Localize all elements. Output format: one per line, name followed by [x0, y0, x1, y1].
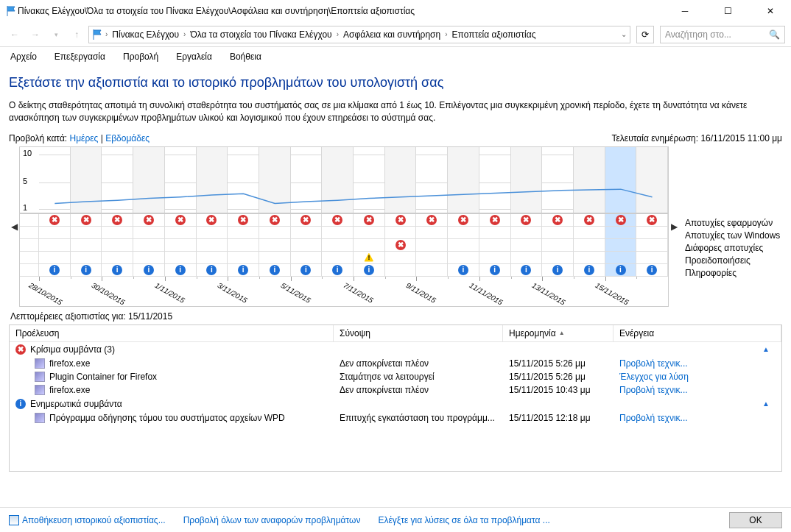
event-cell[interactable] [102, 227, 133, 238]
save-history-link[interactable]: Αποθήκευση ιστορικού αξιοπιστίας... [9, 515, 166, 525]
event-cell[interactable] [197, 252, 228, 263]
event-cell[interactable] [574, 239, 605, 251]
crumb-3[interactable]: Εποπτεία αξιοπιστίας [449, 29, 539, 40]
chevron-down-icon[interactable]: ⌄ [621, 30, 627, 38]
up-button[interactable]: ↑ [68, 26, 85, 43]
view-all-reports-link[interactable]: Προβολή όλων των αναφορών προβλημάτων [183, 515, 361, 525]
event-cell[interactable]: i [291, 264, 323, 276]
event-cell[interactable] [291, 252, 323, 263]
event-cell[interactable] [322, 239, 354, 251]
details-row[interactable]: firefox.exeΔεν αποκρίνεται πλέον15/11/20… [10, 357, 781, 370]
col-summary[interactable]: Σύνοψη [334, 325, 503, 341]
event-cell[interactable] [605, 252, 637, 263]
event-cell[interactable] [102, 252, 133, 263]
event-cell[interactable]: ✖ [259, 214, 291, 226]
event-cell[interactable] [165, 239, 197, 251]
event-cell[interactable]: i [448, 264, 479, 276]
event-cell[interactable] [259, 252, 291, 263]
event-cell[interactable] [479, 227, 511, 238]
event-cell[interactable] [39, 227, 71, 238]
event-cell[interactable] [322, 252, 354, 263]
event-cell[interactable] [133, 227, 165, 238]
event-cell[interactable] [636, 252, 668, 263]
event-cell[interactable]: ✖ [385, 214, 417, 226]
details-group[interactable]: iΕνημερωτικά συμβάντα▲ [10, 397, 781, 411]
event-cell[interactable] [636, 227, 668, 238]
event-cell[interactable]: i [574, 264, 605, 276]
event-cell[interactable] [322, 227, 354, 238]
event-cell[interactable] [605, 239, 637, 251]
details-row[interactable]: Plugin Container for FirefoxΣταμάτησε να… [10, 370, 781, 383]
event-cell[interactable] [416, 227, 448, 238]
event-cell[interactable] [542, 239, 574, 251]
crumb-1[interactable]: Όλα τα στοιχεία του Πίνακα Ελέγχου [187, 29, 334, 40]
event-cell[interactable] [574, 227, 605, 238]
event-cell[interactable] [542, 252, 574, 263]
event-cell[interactable] [291, 239, 323, 251]
event-cell[interactable] [165, 252, 197, 263]
event-cell[interactable] [71, 227, 102, 238]
event-cell[interactable]: ✖ [71, 214, 102, 226]
close-button[interactable]: ✕ [756, 1, 785, 21]
event-cell[interactable] [385, 264, 417, 276]
forward-button[interactable]: → [27, 26, 44, 43]
event-cell[interactable]: i [511, 264, 543, 276]
event-cell[interactable] [511, 239, 543, 251]
row-action-link[interactable]: Προβολή τεχνικ... [614, 413, 781, 423]
view-by-days[interactable]: Ημέρες [70, 133, 99, 143]
maximize-button[interactable]: ☐ [713, 1, 742, 21]
event-cell[interactable] [228, 227, 259, 238]
col-source[interactable]: Προέλευση [10, 325, 334, 341]
event-cell[interactable]: ✖ [511, 214, 543, 226]
crumb-2[interactable]: Ασφάλεια και συντήρηση [340, 29, 443, 40]
event-cell[interactable]: ✖ [605, 214, 637, 226]
event-cell[interactable]: i [354, 264, 385, 276]
details-row[interactable]: Πρόγραμμα οδήγησης τόμου του συστήματος … [10, 411, 781, 425]
menu-edit[interactable]: Επεξεργασία [52, 50, 108, 63]
event-cell[interactable] [71, 252, 102, 263]
collapse-icon[interactable]: ▲ [762, 345, 776, 353]
event-cell[interactable] [448, 239, 479, 251]
menu-help[interactable]: Βοήθεια [227, 50, 264, 63]
event-cell[interactable] [259, 227, 291, 238]
menu-tools[interactable]: Εργαλεία [173, 50, 215, 63]
scroll-right-button[interactable]: ▶ [669, 146, 679, 307]
event-cell[interactable] [636, 239, 668, 251]
event-cell[interactable]: ! [354, 252, 385, 263]
row-action-link[interactable]: Προβολή τεχνικ... [614, 358, 781, 369]
event-cell[interactable]: ✖ [165, 214, 197, 226]
event-cell[interactable]: ✖ [197, 214, 228, 226]
crumb-0[interactable]: Πίνακας Ελέγχου [109, 29, 182, 40]
event-cell[interactable] [448, 227, 479, 238]
event-cell[interactable] [479, 252, 511, 263]
event-cell[interactable]: ✖ [385, 239, 417, 251]
event-cell[interactable]: i [102, 264, 133, 276]
event-cell[interactable] [165, 227, 197, 238]
back-button[interactable]: ← [6, 26, 24, 43]
event-cell[interactable]: ✖ [133, 214, 165, 226]
event-cell[interactable] [511, 227, 543, 238]
event-cell[interactable]: ✖ [291, 214, 323, 226]
event-cell[interactable]: ✖ [354, 214, 385, 226]
row-action-link[interactable]: Προβολή τεχνικ... [614, 385, 781, 395]
event-cell[interactable] [542, 227, 574, 238]
event-cell[interactable] [448, 252, 479, 263]
event-cell[interactable]: ✖ [39, 214, 71, 226]
event-cell[interactable]: i [71, 264, 102, 276]
event-cell[interactable]: ✖ [416, 214, 448, 226]
event-cell[interactable] [416, 239, 448, 251]
reliability-chart[interactable]: 10 5 1 ✖✖✖✖✖✖✖✖✖✖✖✖✖✖✖✖✖✖✖✖✖!iiiiiiiiiii… [19, 146, 669, 307]
event-cell[interactable]: i [542, 264, 574, 276]
event-cell[interactable] [228, 252, 259, 263]
check-solutions-link[interactable]: Ελέγξτε για λύσεις σε όλα τα προβλήματα … [378, 515, 549, 525]
event-cell[interactable] [39, 252, 71, 263]
event-cell[interactable] [574, 252, 605, 263]
details-row[interactable]: firefox.exeΔεν αποκρίνεται πλέον15/11/20… [10, 383, 781, 397]
recent-dropdown[interactable]: ▾ [47, 26, 65, 43]
event-cell[interactable]: ✖ [574, 214, 605, 226]
event-cell[interactable] [133, 239, 165, 251]
search-input[interactable]: Αναζήτηση στο... 🔍 [660, 26, 785, 43]
breadcrumb[interactable]: › Πίνακας Ελέγχου › Όλα τα στοιχεία του … [88, 26, 630, 43]
event-cell[interactable]: ✖ [102, 214, 133, 226]
refresh-button[interactable]: ⟳ [636, 26, 654, 43]
